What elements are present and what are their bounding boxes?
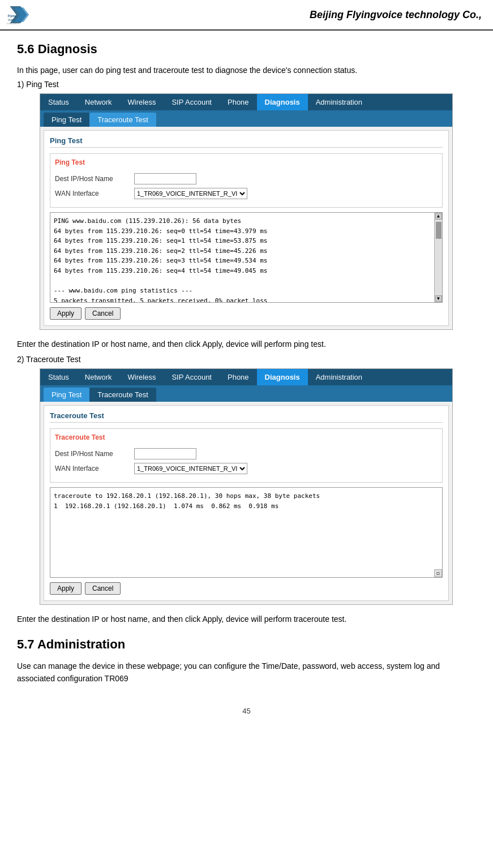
svg-text:Voice: Voice xyxy=(8,18,15,22)
tr-dest-ip-label: Dest IP/Host Name xyxy=(55,450,134,458)
wan-interface-row: WAN Interface 1_TR069_VOICE_INTERNET_R_V… xyxy=(55,188,438,199)
tab-traceroute-1[interactable]: Traceroute Test xyxy=(89,113,156,127)
ping-form-box: Ping Test Dest IP/Host Name WAN Interfac… xyxy=(50,153,443,208)
traceroute-form-box: Traceroute Test Dest IP/Host Name WAN In… xyxy=(50,428,443,483)
traceroute-output-text: traceroute to 192.168.20.1 (192.168.20.1… xyxy=(54,491,436,511)
dest-ip-row: Dest IP/Host Name xyxy=(55,173,438,184)
section-56-title: 5.6 Diagnosis xyxy=(17,42,476,57)
nav-bar-1: Status Network Wireless SIP Account Phon… xyxy=(40,94,452,110)
ping-output-box: PING www.baidu.com (115.239.210.26): 56 … xyxy=(50,212,443,303)
tr-dest-ip-row: Dest IP/Host Name xyxy=(55,448,438,459)
nav-sip-1[interactable]: SIP Account xyxy=(164,94,220,110)
traceroute-desc-text: Enter the destination IP or host name, a… xyxy=(17,613,476,625)
traceroute-inner-title: Traceroute Test xyxy=(55,433,438,444)
dest-ip-label: Dest IP/Host Name xyxy=(55,175,134,183)
nav-status-1[interactable]: Status xyxy=(40,94,77,110)
traceroute-ui-content: Traceroute Test Traceroute Test Dest IP/… xyxy=(44,405,449,601)
wan-select[interactable]: 1_TR069_VOICE_INTERNET_R_VID_ xyxy=(134,188,247,199)
company-logo: Flying Voice Voice over IP xyxy=(6,3,40,26)
nav-status-2[interactable]: Status xyxy=(40,369,77,385)
sub-label-ping: 1) Ping Test xyxy=(17,80,476,89)
tr-wan-select[interactable]: 1_TR069_VOICE_INTERNET_R_VID_ xyxy=(134,463,247,474)
ping-ui-content: Ping Test Ping Test Dest IP/Host Name WA… xyxy=(44,130,449,326)
tr-wan-interface-row: WAN Interface 1_TR069_VOICE_INTERNET_R_V… xyxy=(55,463,438,474)
svg-text:Voice over IP: Voice over IP xyxy=(7,23,20,25)
section-57-wrapper: 5.7 Administration Use can manage the de… xyxy=(17,637,476,685)
nav-phone-1[interactable]: Phone xyxy=(220,94,257,110)
nav-wireless-1[interactable]: Wireless xyxy=(120,94,164,110)
traceroute-section-title: Traceroute Test xyxy=(50,411,443,423)
svg-text:Flying: Flying xyxy=(8,14,16,18)
ping-scrollbar: ▲ ▼ xyxy=(434,213,442,302)
section-57-title: 5.7 Administration xyxy=(17,637,476,652)
dest-ip-input[interactable] xyxy=(134,173,196,184)
nav-network-2[interactable]: Network xyxy=(77,369,120,385)
ping-inner-title: Ping Test xyxy=(55,158,438,169)
section-56-desc: In this page, user can do ping test and … xyxy=(17,65,476,76)
traceroute-test-screenshot: Status Network Wireless SIP Account Phon… xyxy=(40,368,453,605)
nav-bar-2: Status Network Wireless SIP Account Phon… xyxy=(40,369,452,385)
nav-diagnosis-2[interactable]: Diagnosis xyxy=(257,369,308,385)
scrollbar-down-arrow[interactable]: ▼ xyxy=(435,295,442,302)
page-footer: 45 xyxy=(0,707,493,715)
ping-section-title: Ping Test xyxy=(50,136,443,148)
tr-dest-ip-input[interactable] xyxy=(134,448,196,459)
section-57-desc: Use can manage the device in these webpa… xyxy=(17,660,476,685)
ping-cancel-button[interactable]: Cancel xyxy=(85,307,121,320)
page-header: Flying Voice Voice over IP Beijing Flyin… xyxy=(0,0,493,31)
main-content: 5.6 Diagnosis In this page, user can do … xyxy=(0,31,493,701)
tab-bar-traceroute: Ping Test Traceroute Test xyxy=(40,385,452,402)
ping-btn-row: Apply Cancel xyxy=(50,307,443,320)
wan-label: WAN Interface xyxy=(55,190,134,197)
nav-sip-2[interactable]: SIP Account xyxy=(164,369,220,385)
tab-traceroute-2[interactable]: Traceroute Test xyxy=(89,388,156,402)
ping-apply-button[interactable]: Apply xyxy=(50,307,82,320)
scrollbar-up-arrow[interactable]: ▲ xyxy=(435,213,442,220)
traceroute-scrollbar-corner: ◻ xyxy=(434,569,442,577)
traceroute-btn-row: Apply Cancel xyxy=(50,582,443,595)
tab-ping-test-1[interactable]: Ping Test xyxy=(44,113,89,127)
ping-desc-text: Enter the destination IP or host name, a… xyxy=(17,338,476,350)
tab-bar-ping: Ping Test Traceroute Test xyxy=(40,110,452,127)
header-title: Beijing Flyingvoice technology Co., xyxy=(310,9,482,21)
nav-network-1[interactable]: Network xyxy=(77,94,120,110)
scrollbar-thumb-ping xyxy=(436,222,441,239)
traceroute-cancel-button[interactable]: Cancel xyxy=(85,582,121,595)
nav-admin-1[interactable]: Administration xyxy=(308,94,370,110)
traceroute-output-box: traceroute to 192.168.20.1 (192.168.20.1… xyxy=(50,487,443,578)
tr-wan-label: WAN Interface xyxy=(55,465,134,472)
nav-wireless-2[interactable]: Wireless xyxy=(120,369,164,385)
page-number: 45 xyxy=(242,707,250,715)
nav-diagnosis-1[interactable]: Diagnosis xyxy=(257,94,308,110)
tab-ping-test-2[interactable]: Ping Test xyxy=(44,388,89,402)
sub-label-traceroute: 2) Traceroute Test xyxy=(17,355,476,364)
nav-admin-2[interactable]: Administration xyxy=(308,369,370,385)
logo-area: Flying Voice Voice over IP xyxy=(6,3,40,26)
ping-output-text: PING www.baidu.com (115.239.210.26): 56 … xyxy=(54,216,430,303)
ping-test-screenshot: Status Network Wireless SIP Account Phon… xyxy=(40,93,453,330)
traceroute-apply-button[interactable]: Apply xyxy=(50,582,82,595)
nav-phone-2[interactable]: Phone xyxy=(220,369,257,385)
